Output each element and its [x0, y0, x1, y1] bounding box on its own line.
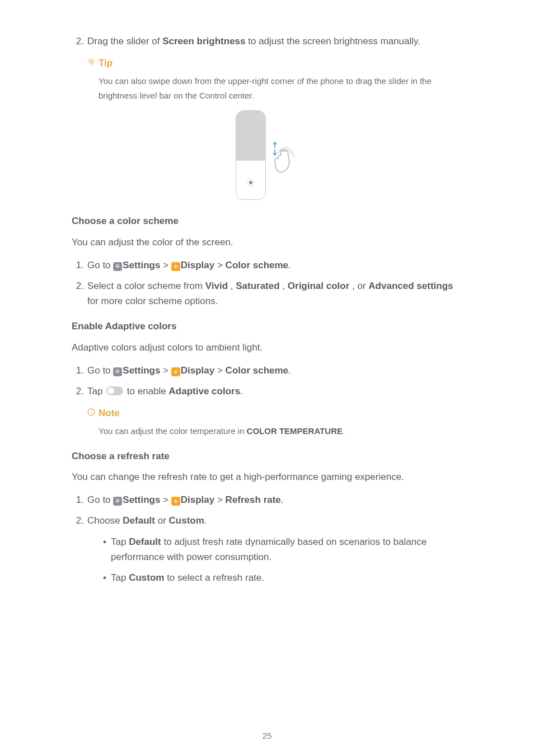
text: You can adjust the color temperature in	[99, 426, 247, 436]
tip-callout: Tip You can also swipe down from the upp…	[87, 55, 462, 102]
text: Choose	[87, 515, 123, 526]
paragraph: Adaptive colors adjust colors to ambient…	[72, 340, 462, 355]
tip-header: Tip	[87, 55, 462, 71]
text: , or	[349, 281, 368, 291]
svg-point-5	[175, 371, 176, 372]
bold-text: Original color	[288, 281, 350, 291]
note-label: Note	[99, 405, 120, 421]
settings-icon	[113, 497, 122, 506]
text: .	[288, 365, 291, 376]
note-header: Note	[87, 405, 462, 421]
text: Go to	[87, 494, 113, 505]
bold-text: Default	[129, 536, 161, 547]
bold-text: Display	[181, 494, 214, 505]
bold-text: Color scheme	[226, 365, 288, 376]
text: for more color scheme options.	[87, 296, 218, 306]
list-number: 1.	[72, 258, 84, 273]
text: Select a color scheme from	[87, 281, 205, 291]
bold-text: Adaptive colors	[169, 386, 241, 396]
section-heading: Enable Adaptive colors	[72, 319, 462, 334]
section-heading: Choose a refresh rate	[72, 449, 462, 464]
text: >	[160, 260, 171, 270]
bold-text: Display	[181, 365, 214, 376]
bold-text: Display	[181, 260, 214, 270]
page-number: 25	[0, 731, 534, 740]
bold-text: Settings	[123, 365, 160, 376]
bold-text: Custom	[169, 515, 204, 526]
list-item: 2. Select a color scheme from Vivid , Sa…	[72, 278, 462, 309]
paragraph: You can change the refresh rate to get a…	[72, 469, 462, 484]
bullet-dot: •	[103, 570, 111, 585]
bold-text: Advanced settings	[368, 281, 453, 291]
bold-text: Settings	[123, 494, 160, 505]
text: .	[204, 515, 207, 526]
doc-content: 2. Drag the slider of Screen brightness …	[72, 34, 462, 585]
display-icon	[171, 497, 180, 506]
list-number: 1.	[72, 363, 84, 378]
text: .	[240, 386, 243, 396]
text: to select a refresh rate.	[164, 572, 264, 583]
drag-hand-icon	[270, 139, 298, 183]
note-callout: Note You can adjust the color temperatur…	[87, 405, 462, 438]
text: ,	[228, 281, 236, 291]
bold-text: Default	[123, 515, 155, 526]
list-number: 2.	[72, 278, 84, 309]
list-item: 1. Go to Settings > Display > Refresh ra…	[72, 492, 462, 507]
bullet-body: Tap Custom to select a refresh rate.	[111, 570, 264, 585]
settings-icon	[113, 262, 122, 271]
list-body: Go to Settings > Display > Refresh rate.	[87, 492, 462, 507]
section-heading: Choose a color scheme	[72, 213, 462, 228]
list-item: 2. Choose Default or Custom. • Tap Defau…	[72, 513, 462, 585]
bold-text: Color scheme	[226, 260, 288, 270]
bullet-item: • Tap Default to adjust fresh rate dynam…	[103, 534, 462, 564]
list-number: 1.	[72, 492, 84, 507]
text: >	[214, 365, 225, 376]
list-item: 2. Drag the slider of Screen brightness …	[72, 34, 462, 49]
bold-text: Screen brightness	[162, 36, 245, 46]
slider-track	[236, 110, 266, 200]
display-icon	[171, 367, 180, 376]
list-body: Select a color scheme from Vivid , Satur…	[87, 278, 462, 309]
text: .	[288, 260, 291, 270]
text: ,	[280, 281, 288, 291]
bold-text: Refresh rate	[226, 494, 281, 505]
bullet-item: • Tap Custom to select a refresh rate.	[103, 570, 462, 585]
text: to adjust the screen brightness manually…	[246, 36, 420, 46]
text: >	[160, 494, 171, 505]
bullet-dot: •	[103, 534, 111, 564]
bold-text: Settings	[123, 260, 160, 270]
list-body: Drag the slider of Screen brightness to …	[87, 34, 462, 49]
text: >	[214, 260, 225, 270]
brightness-slider-illustration	[72, 110, 462, 200]
display-icon	[171, 262, 180, 271]
tip-body: You can also swipe down from the upper-r…	[99, 74, 462, 102]
text: .	[343, 426, 345, 436]
list-body: Go to Settings > Display > Color scheme.	[87, 363, 462, 378]
list-number: 2.	[72, 513, 84, 585]
bold-text: Vivid	[205, 281, 228, 291]
svg-point-3	[175, 265, 176, 267]
svg-point-1	[249, 181, 252, 184]
svg-point-8	[175, 500, 176, 502]
text: Go to	[87, 365, 113, 376]
text: >	[214, 494, 225, 505]
list-body: Go to Settings > Display > Color scheme.	[87, 258, 462, 273]
list-item: 2. Tap to enable Adaptive colors.	[72, 384, 462, 399]
list-number: 2.	[72, 34, 84, 49]
text: Tap	[111, 536, 129, 547]
list-item: 1. Go to Settings > Display > Color sche…	[72, 258, 462, 273]
list-item: 1. Go to Settings > Display > Color sche…	[72, 363, 462, 378]
list-body: Tap to enable Adaptive colors.	[87, 384, 462, 399]
tip-label: Tip	[99, 55, 113, 71]
text: Go to	[87, 260, 113, 270]
toggle-icon	[106, 386, 123, 395]
text: .	[281, 494, 284, 505]
list-body: Choose Default or Custom. • Tap Default …	[87, 513, 462, 585]
text: or	[155, 515, 169, 526]
bullet-body: Tap Default to adjust fresh rate dynamic…	[111, 534, 462, 564]
text: Tap	[87, 386, 105, 396]
list-number: 2.	[72, 384, 84, 399]
bold-text: Saturated	[236, 281, 279, 291]
text: to enable	[124, 386, 168, 396]
brightness-icon	[246, 176, 255, 192]
